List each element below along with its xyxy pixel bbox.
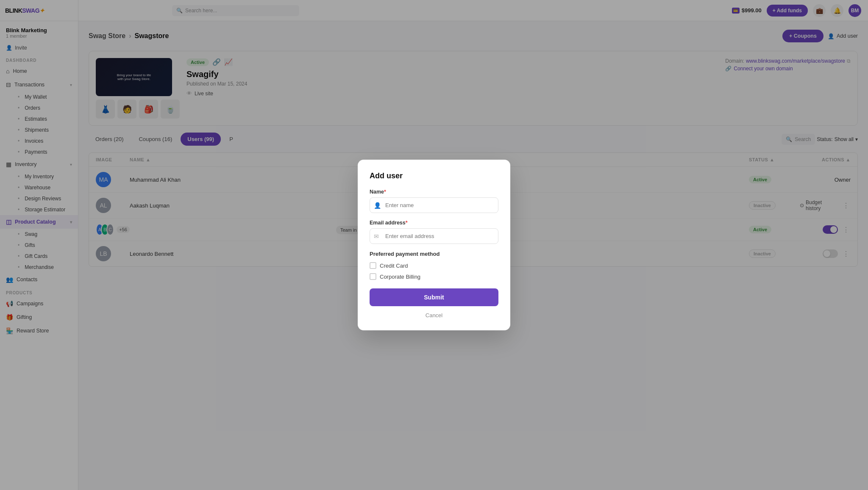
corporate-billing-label: Corporate Billing (380, 274, 420, 280)
email-input[interactable] (370, 228, 498, 244)
submit-button[interactable]: Submit (370, 288, 498, 306)
email-input-icon: ✉ (374, 233, 379, 240)
corporate-billing-checkbox[interactable] (370, 273, 376, 280)
name-input[interactable] (370, 197, 498, 213)
credit-card-label: Credit Card (380, 263, 408, 269)
email-label: Email address* (370, 220, 498, 226)
payment-method-section: Preferred payment method Credit Card Cor… (370, 251, 498, 280)
corporate-billing-option[interactable]: Corporate Billing (370, 273, 498, 280)
modal-title: Add user (370, 172, 498, 180)
credit-card-option[interactable]: Credit Card (370, 262, 498, 269)
add-user-modal: Add user Name* 👤 Email address* ✉ Prefer… (358, 160, 510, 330)
credit-card-checkbox[interactable] (370, 262, 376, 269)
name-input-wrapper: 👤 (370, 197, 498, 213)
submit-label: Submit (424, 294, 444, 301)
required-indicator-email: * (406, 220, 408, 226)
modal-overlay[interactable]: Add user Name* 👤 Email address* ✉ Prefer… (0, 0, 868, 490)
required-indicator: * (384, 189, 386, 195)
cancel-button[interactable]: Cancel (370, 310, 498, 320)
name-field-group: Name* 👤 (370, 189, 498, 213)
cancel-label: Cancel (426, 312, 442, 318)
user-input-icon: 👤 (374, 202, 381, 209)
payment-method-title: Preferred payment method (370, 251, 498, 257)
name-label: Name* (370, 189, 498, 195)
email-input-wrapper: ✉ (370, 228, 498, 244)
email-field-group: Email address* ✉ (370, 220, 498, 244)
